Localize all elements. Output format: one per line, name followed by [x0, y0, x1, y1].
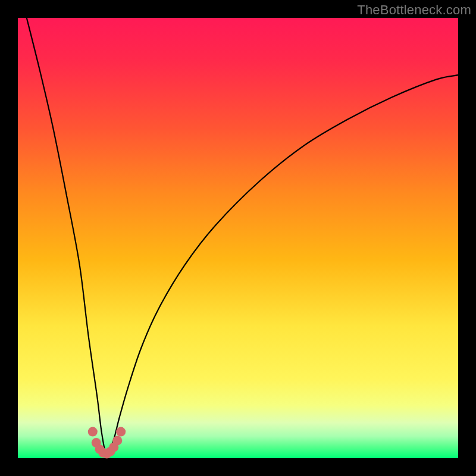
optimal-range-markers: [88, 427, 126, 459]
trough-marker: [116, 427, 126, 437]
trough-marker: [88, 427, 98, 437]
trough-marker: [112, 436, 122, 445]
plot-area: [18, 18, 458, 458]
bottleneck-curve: [27, 18, 458, 455]
curve-layer: [18, 18, 458, 458]
chart-frame: TheBottleneck.com: [0, 0, 476, 476]
watermark-text: TheBottleneck.com: [357, 2, 471, 18]
